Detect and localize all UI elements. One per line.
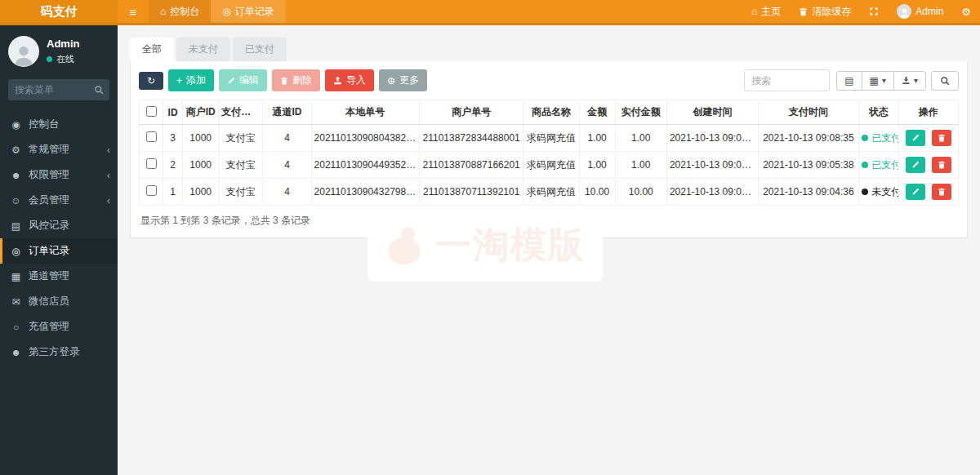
status-badge: 未支付 <box>862 185 899 199</box>
header-tab[interactable]: ⌂ 控制台 <box>149 0 211 23</box>
pencil-icon <box>911 134 920 142</box>
cell-pay-type: 支付宝 <box>219 125 263 152</box>
import-button[interactable]: 导入 <box>325 69 374 91</box>
row-checkbox[interactable] <box>146 131 157 142</box>
sidebar-item-label: 控制台 <box>29 118 60 131</box>
status-badge: 已支付 <box>862 158 899 172</box>
column-header: 实付金额 <box>615 100 666 125</box>
more-button[interactable]: ⊕ 更多 <box>379 69 427 91</box>
app-brand[interactable]: 码支付 <box>0 0 118 23</box>
table-row: 1 1000 支付宝 4 2021101309043279832 2110138… <box>140 179 959 206</box>
cell-created-at: 2021-10-13 09:04:32 <box>666 179 758 206</box>
cell-amount: 10.00 <box>579 179 615 206</box>
sidebar-item-label: 会员管理 <box>29 193 69 207</box>
cell-paid-amount: 1.00 <box>615 152 666 179</box>
table-row: 2 1000 支付宝 4 2021101309044935218 2110138… <box>140 152 959 179</box>
select-all-checkbox[interactable] <box>146 106 157 117</box>
cell-created-at: 2021-10-13 09:04:49 <box>666 152 758 179</box>
sidebar-item[interactable]: ☻ 第三方登录 <box>0 340 118 365</box>
cell-paid-at: 2021-10-13 09:05:38 <box>759 152 858 179</box>
header-tab-label: 订单记录 <box>235 5 274 19</box>
trash-icon <box>799 7 808 16</box>
column-header: 商品名称 <box>523 100 579 125</box>
menu-search-button[interactable] <box>88 79 109 100</box>
sidebar-item-label: 微信店员 <box>29 295 69 309</box>
watermark-logo-icon <box>385 224 427 266</box>
row-delete-button[interactable] <box>932 157 951 173</box>
sidebar-item[interactable]: ◉ 控制台 <box>0 112 118 137</box>
filter-tab[interactable]: 已支付 <box>233 38 287 61</box>
cell-local-order-no: 2021101309044935218 <box>311 152 419 179</box>
column-header: 创建时间 <box>666 100 758 125</box>
home-link[interactable]: ⌂ 主页 <box>742 0 790 23</box>
search-icon <box>94 85 104 95</box>
chevron-down-icon: ▾ <box>882 76 886 85</box>
status-label: 已支付 <box>872 131 899 145</box>
sidebar-toggle-button[interactable]: ≡ <box>118 0 149 23</box>
column-header: 状态 <box>858 100 898 125</box>
search-button[interactable] <box>931 71 959 91</box>
delete-button[interactable]: 删除 <box>272 69 320 91</box>
page: { "colors": { "navbar": "#f39119", "bran… <box>0 0 980 475</box>
clear-cache-link[interactable]: 清除缓存 <box>790 0 860 23</box>
sidebar-item[interactable]: ☻ 权限管理 ‹ <box>0 162 118 188</box>
edit-button[interactable]: 编辑 <box>219 69 267 91</box>
sidebar-item[interactable]: ◎ 订单记录 <box>0 238 118 264</box>
gears-icon: ⚙ <box>961 6 971 18</box>
row-checkbox[interactable] <box>146 185 157 196</box>
column-header: 支付时间 <box>759 100 858 125</box>
trash-icon <box>280 77 288 85</box>
toolbar: ↻ + 添加 编辑 删除 导入 <box>139 69 959 91</box>
sidebar-item[interactable]: ▤ 风控记录 <box>0 213 118 238</box>
file-icon: ▤ <box>10 220 22 232</box>
cell-id: 2 <box>163 152 183 179</box>
filter-tab[interactable]: 全部 <box>130 38 174 61</box>
row-edit-button[interactable] <box>906 157 925 173</box>
row-delete-button[interactable] <box>932 184 951 200</box>
table-search-input[interactable] <box>744 69 830 91</box>
sidebar-item-label: 第三方登录 <box>29 345 80 359</box>
cell-product-name: 求码网充值 <box>523 152 579 179</box>
chevron-left-icon: ‹ <box>107 194 110 206</box>
settings-button[interactable]: ⚙ <box>952 0 980 23</box>
card-view-button[interactable]: ▤ <box>836 71 862 91</box>
comments-icon: ✉ <box>10 296 22 308</box>
menu-search-input[interactable] <box>8 79 88 100</box>
row-checkbox[interactable] <box>146 158 157 169</box>
columns-button[interactable]: ▦ ▾ <box>862 71 894 91</box>
upload-icon <box>333 76 342 85</box>
sidebar-item-label: 充值管理 <box>29 320 69 334</box>
refresh-button[interactable]: ↻ <box>139 72 163 90</box>
pencil-icon <box>911 188 920 196</box>
panel-icon: ▤ <box>844 75 853 87</box>
sidebar-item[interactable]: ▦ 通道管理 <box>0 264 118 289</box>
user-panel: Admin 在线 <box>0 25 118 76</box>
chevron-left-icon: ‹ <box>107 144 110 156</box>
sidebar-item[interactable]: ○ 充值管理 <box>0 314 118 340</box>
cell-channel-id: 4 <box>263 152 311 179</box>
add-button[interactable]: + 添加 <box>168 69 214 91</box>
row-edit-button[interactable] <box>906 130 925 146</box>
gears-icon: ⚙ <box>10 144 22 156</box>
column-header: 商户单号 <box>419 100 523 125</box>
sidebar-item[interactable]: ⚙ 常规管理 ‹ <box>0 137 118 162</box>
filter-tab[interactable]: 未支付 <box>176 38 230 61</box>
user-menu[interactable]: Admin <box>888 0 952 23</box>
grid-icon: ▦ <box>10 271 22 282</box>
row-edit-button[interactable] <box>906 184 925 200</box>
export-button[interactable]: ▾ <box>893 71 926 91</box>
fullscreen-icon <box>869 7 879 16</box>
cell-local-order-no: 2021101309080438273 <box>311 125 419 152</box>
sidebar-item-label: 通道管理 <box>29 269 69 283</box>
sidebar-item[interactable]: ☺ 会员管理 ‹ <box>0 188 118 213</box>
sidebar-item-label: 订单记录 <box>29 244 69 258</box>
fullscreen-button[interactable] <box>860 0 888 23</box>
hamburger-icon: ≡ <box>130 5 137 19</box>
sidebar-item[interactable]: ✉ 微信店员 <box>0 289 118 314</box>
circle-icon: ○ <box>10 322 22 333</box>
row-delete-button[interactable] <box>932 130 951 146</box>
header-tab[interactable]: ◎ 订单记录 <box>211 0 285 23</box>
cell-pay-type: 支付宝 <box>219 152 263 179</box>
cell-merchant-order-no: 211013870887166201 <box>419 152 523 179</box>
trash-icon <box>938 134 946 142</box>
